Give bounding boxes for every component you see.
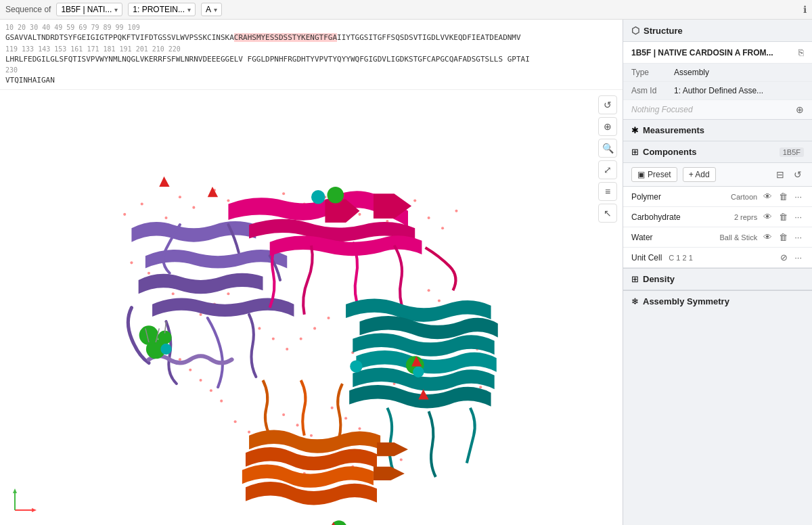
density-icon: ⊞ — [631, 274, 639, 284]
nothing-focused-text: Nothing Focused — [631, 105, 693, 114]
measurements-row[interactable]: ✱ Measurements — [623, 120, 812, 141]
sequence-dropdown-1[interactable]: 1B5F | NATI... ▾ — [56, 3, 122, 16]
svg-point-43 — [331, 406, 334, 409]
svg-point-31 — [258, 327, 261, 329]
nothing-focused-row: Nothing Focused ⊕ — [623, 100, 812, 120]
protein-structure-svg — [0, 90, 623, 526]
svg-point-50 — [296, 424, 299, 426]
carbohydrate-eye-button[interactable]: 👁 — [761, 211, 774, 223]
main-content: 10 20 30 40 49 59 69 79 89 99 109 GSAVVA… — [0, 20, 812, 525]
water-name: Water — [631, 233, 716, 242]
carbohydrate-name: Carbohydrate — [631, 212, 730, 222]
svg-point-71 — [428, 289, 430, 292]
polymer-trash-button[interactable]: 🗑 — [777, 191, 790, 202]
svg-point-8 — [227, 199, 229, 202]
svg-point-14 — [358, 212, 361, 215]
zoom-button[interactable]: 🔍 — [598, 139, 617, 158]
refresh-button[interactable]: ↺ — [792, 167, 804, 182]
components-title: Components — [643, 147, 775, 157]
sequence-text-area: 10 20 30 40 49 59 69 79 89 99 109 GSAVVA… — [0, 20, 623, 90]
water-trash-button[interactable]: 🗑 — [777, 231, 790, 243]
focus-button[interactable]: ⊕ — [796, 104, 804, 115]
assembly-symmetry-label: Assembly Symmetry — [643, 296, 729, 306]
fullscreen-button[interactable]: ⤢ — [598, 160, 617, 179]
preset-button[interactable]: ▣ Preset — [631, 167, 677, 182]
polymer-actions: 👁 🗑 ··· — [761, 191, 804, 202]
water-row: Water Ball & Stick 👁 🗑 ··· — [623, 227, 812, 248]
type-value: Assembly — [674, 68, 804, 77]
copy-button[interactable]: ⎘ — [798, 47, 804, 58]
type-row: Type Assembly — [623, 64, 812, 82]
density-row[interactable]: ⊞ Density — [623, 269, 812, 290]
components-header: ⊞ Components 1B5F — [623, 141, 812, 163]
cursor-button[interactable]: ↖ — [598, 204, 617, 223]
unit-cell-row: Unit Cell C 1 2 1 ⊘ ··· — [623, 248, 812, 268]
viewer-area: ↺ ⊕ 🔍 ⤢ ≡ ↖ — [0, 90, 623, 526]
svg-point-65 — [220, 399, 223, 402]
svg-point-61 — [179, 358, 181, 361]
svg-point-62 — [189, 368, 191, 371]
reset-view-button[interactable]: ↺ — [598, 95, 617, 114]
svg-point-70 — [479, 386, 482, 388]
assembly-symmetry-row[interactable]: ❄ Assembly Symmetry — [623, 291, 812, 312]
svg-point-22 — [130, 261, 133, 264]
svg-point-33 — [286, 347, 288, 350]
axes-indicator — [8, 483, 42, 517]
add-label: + Add — [689, 170, 710, 179]
svg-point-49 — [282, 413, 285, 416]
filter-button[interactable]: ⊟ — [774, 167, 786, 182]
svg-point-29 — [227, 292, 229, 295]
info-button[interactable]: ℹ — [803, 4, 807, 15]
right-panel: ⬡ Structure 1B5F | NATIVE CARDOSIN A FRO… — [623, 20, 812, 525]
add-button[interactable]: + Add — [683, 167, 716, 182]
carbohydrate-more-button[interactable]: ··· — [792, 211, 804, 223]
water-more-button[interactable]: ··· — [792, 231, 804, 243]
svg-point-34 — [300, 337, 302, 340]
seq-line1: 10 20 30 40 49 59 69 79 89 99 109 — [5, 22, 617, 32]
polymer-more-button[interactable]: ··· — [792, 191, 804, 202]
structure-icon: ⬡ — [631, 25, 639, 36]
seq-dd3-value: A — [206, 5, 211, 14]
water-repr: Ball & Stick — [720, 233, 758, 242]
unit-cell-params: C 1 2 1 — [669, 254, 692, 262]
type-label: Type — [631, 68, 669, 77]
unit-cell-more-button[interactable]: ··· — [792, 252, 804, 263]
carbohydrate-repr: 2 reprs — [734, 213, 757, 221]
center-view-button[interactable]: ⊕ — [598, 117, 617, 136]
polymer-row: Polymer Cartoon 👁 🗑 ··· — [623, 187, 812, 207]
svg-point-19 — [428, 216, 430, 219]
entry-id-text: 1B5F | NATIVE CARDOSIN A FROM... — [631, 48, 794, 58]
unit-cell-eye-slash-button[interactable]: ⊘ — [778, 252, 790, 263]
asm-id-value: 1: Author Defined Asse... — [674, 86, 804, 95]
carbohydrate-row: Carbohydrate 2 reprs 👁 🗑 ··· — [623, 207, 812, 227]
svg-point-55 — [234, 420, 237, 423]
svg-point-51 — [310, 434, 313, 436]
water-eye-button[interactable]: 👁 — [761, 231, 774, 243]
carbohydrate-trash-button[interactable]: 🗑 — [777, 211, 790, 223]
viewer-canvas[interactable] — [0, 90, 623, 526]
svg-point-44 — [344, 417, 347, 419]
polymer-repr: Cartoon — [731, 193, 757, 201]
svg-point-6 — [164, 216, 167, 219]
svg-point-36 — [327, 317, 330, 319]
sequence-dropdown-2[interactable]: 1: PROTEIN... ▾ — [128, 3, 196, 16]
svg-point-82 — [413, 366, 424, 377]
components-section: ⊞ Components 1B5F ▣ Preset + Add ⊟ ↺ Pol… — [623, 141, 812, 268]
asm-id-row: Asm Id 1: Author Defined Asse... — [623, 82, 812, 100]
seq-dd1-value: 1B5F | NATI... — [61, 5, 112, 14]
settings-view-button[interactable]: ≡ — [598, 182, 617, 201]
seq-line6: VTQINHAIGAN — [5, 75, 617, 87]
polymer-eye-button[interactable]: 👁 — [761, 191, 774, 202]
svg-point-48 — [400, 458, 403, 461]
seq-dd3-arrow: ▾ — [214, 6, 217, 14]
svg-point-27 — [200, 313, 202, 315]
sequence-dropdown-3[interactable]: A ▾ — [201, 3, 222, 16]
svg-point-84 — [350, 360, 362, 372]
svg-point-25 — [172, 292, 175, 295]
svg-marker-96 — [13, 488, 17, 493]
svg-point-77 — [327, 187, 344, 204]
svg-point-20 — [441, 227, 444, 229]
svg-point-1 — [123, 212, 126, 215]
seq-line5: 230 — [5, 65, 617, 75]
seq-line2: GSAVVALTNDRDTSYFGEIGIGTPPQKFTVIFDTGSSVLW… — [5, 32, 617, 44]
